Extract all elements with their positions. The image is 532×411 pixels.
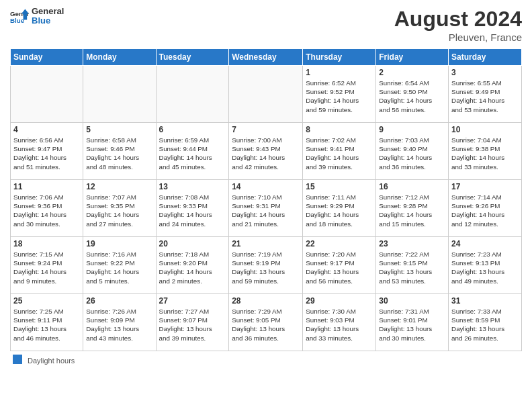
calendar-cell: 27Sunrise: 7:27 AMSunset: 9:07 PMDayligh… — [156, 294, 229, 351]
day-info: Sunrise: 7:12 AMSunset: 9:28 PMDaylight:… — [379, 193, 445, 228]
day-number: 9 — [379, 125, 445, 134]
day-info: Sunrise: 7:31 AMSunset: 9:01 PMDaylight:… — [379, 307, 445, 342]
title-block: August 2024 Pleuven, France — [394, 7, 522, 43]
calendar-cell: 25Sunrise: 7:25 AMSunset: 9:11 PMDayligh… — [11, 294, 83, 351]
location: Pleuven, France — [394, 32, 522, 43]
calendar-week-3: 11Sunrise: 7:06 AMSunset: 9:36 PMDayligh… — [11, 180, 522, 237]
calendar-week-2: 4Sunrise: 6:56 AMSunset: 9:47 PMDaylight… — [11, 123, 522, 180]
day-info: Sunrise: 6:52 AMSunset: 9:52 PMDaylight:… — [306, 79, 373, 114]
day-info: Sunrise: 6:58 AMSunset: 9:46 PMDaylight:… — [86, 136, 152, 171]
calendar-header-row: Sunday Monday Tuesday Wednesday Thursday… — [11, 49, 522, 66]
logo-general: General — [32, 6, 64, 16]
calendar-week-1: 1Sunrise: 6:52 AMSunset: 9:52 PMDaylight… — [11, 66, 522, 123]
day-number: 27 — [159, 296, 226, 306]
calendar-cell: 9Sunrise: 7:03 AMSunset: 9:40 PMDaylight… — [376, 123, 449, 180]
col-wednesday: Wednesday — [229, 49, 303, 66]
calendar-cell: 24Sunrise: 7:23 AMSunset: 9:13 PMDayligh… — [449, 237, 522, 294]
logo: General Blue General Blue — [10, 7, 64, 26]
day-number: 10 — [451, 125, 519, 134]
calendar-week-4: 18Sunrise: 7:15 AMSunset: 9:24 PMDayligh… — [11, 237, 522, 294]
calendar-cell: 5Sunrise: 6:58 AMSunset: 9:46 PMDaylight… — [83, 123, 156, 180]
day-number: 23 — [379, 239, 445, 248]
day-number: 29 — [306, 296, 373, 306]
day-info: Sunrise: 7:04 AMSunset: 9:38 PMDaylight:… — [451, 136, 519, 171]
day-info: Sunrise: 7:08 AMSunset: 9:33 PMDaylight:… — [159, 193, 226, 228]
day-number: 15 — [306, 182, 373, 191]
calendar-cell: 7Sunrise: 7:00 AMSunset: 9:43 PMDaylight… — [229, 123, 303, 180]
calendar-cell: 13Sunrise: 7:08 AMSunset: 9:33 PMDayligh… — [156, 180, 229, 237]
day-info: Sunrise: 6:54 AMSunset: 9:50 PMDaylight:… — [379, 79, 445, 114]
day-number: 6 — [159, 125, 226, 134]
day-info: Sunrise: 7:23 AMSunset: 9:13 PMDaylight:… — [451, 250, 519, 285]
day-number: 5 — [86, 125, 152, 134]
day-number: 26 — [86, 296, 152, 306]
calendar-cell: 21Sunrise: 7:19 AMSunset: 9:19 PMDayligh… — [229, 237, 303, 294]
daylight-color-box — [13, 355, 22, 364]
calendar-cell — [156, 66, 229, 123]
calendar-cell — [229, 66, 303, 123]
day-number: 22 — [306, 239, 373, 248]
calendar-cell: 23Sunrise: 7:22 AMSunset: 9:15 PMDayligh… — [376, 237, 449, 294]
col-friday: Friday — [376, 49, 449, 66]
day-info: Sunrise: 7:03 AMSunset: 9:40 PMDaylight:… — [379, 136, 445, 171]
col-thursday: Thursday — [303, 49, 376, 66]
calendar-cell: 8Sunrise: 7:02 AMSunset: 9:41 PMDaylight… — [303, 123, 376, 180]
calendar-cell: 31Sunrise: 7:33 AMSunset: 8:59 PMDayligh… — [449, 294, 522, 351]
calendar-cell: 18Sunrise: 7:15 AMSunset: 9:24 PMDayligh… — [11, 237, 83, 294]
day-number: 16 — [379, 182, 445, 191]
calendar-cell: 28Sunrise: 7:29 AMSunset: 9:05 PMDayligh… — [229, 294, 303, 351]
calendar-cell: 19Sunrise: 7:16 AMSunset: 9:22 PMDayligh… — [83, 237, 156, 294]
calendar-cell — [11, 66, 83, 123]
calendar-cell: 2Sunrise: 6:54 AMSunset: 9:50 PMDaylight… — [376, 66, 449, 123]
day-number: 19 — [86, 239, 152, 248]
day-number: 2 — [379, 68, 445, 77]
day-info: Sunrise: 7:27 AMSunset: 9:07 PMDaylight:… — [159, 307, 226, 342]
calendar-cell: 17Sunrise: 7:14 AMSunset: 9:26 PMDayligh… — [449, 180, 522, 237]
day-info: Sunrise: 7:11 AMSunset: 9:29 PMDaylight:… — [306, 193, 373, 228]
day-info: Sunrise: 7:10 AMSunset: 9:31 PMDaylight:… — [232, 193, 300, 228]
day-number: 17 — [451, 182, 519, 191]
day-number: 7 — [232, 125, 300, 134]
day-info: Sunrise: 7:25 AMSunset: 9:11 PMDaylight:… — [13, 307, 80, 342]
day-number: 20 — [159, 239, 226, 248]
day-info: Sunrise: 7:19 AMSunset: 9:19 PMDaylight:… — [232, 250, 300, 285]
header: General Blue General Blue August 2024 Pl… — [10, 7, 522, 43]
day-number: 18 — [13, 239, 80, 248]
calendar-cell: 16Sunrise: 7:12 AMSunset: 9:28 PMDayligh… — [376, 180, 449, 237]
day-number: 12 — [86, 182, 152, 191]
day-info: Sunrise: 7:20 AMSunset: 9:17 PMDaylight:… — [306, 250, 373, 285]
day-number: 21 — [232, 239, 300, 248]
day-info: Sunrise: 7:02 AMSunset: 9:41 PMDaylight:… — [306, 136, 373, 171]
calendar-cell: 29Sunrise: 7:30 AMSunset: 9:03 PMDayligh… — [303, 294, 376, 351]
day-info: Sunrise: 6:55 AMSunset: 9:49 PMDaylight:… — [451, 79, 519, 114]
day-info: Sunrise: 7:26 AMSunset: 9:09 PMDaylight:… — [86, 307, 152, 342]
calendar-cell: 4Sunrise: 6:56 AMSunset: 9:47 PMDaylight… — [11, 123, 83, 180]
day-number: 13 — [159, 182, 226, 191]
day-info: Sunrise: 7:00 AMSunset: 9:43 PMDaylight:… — [232, 136, 300, 171]
day-info: Sunrise: 6:56 AMSunset: 9:47 PMDaylight:… — [13, 136, 80, 171]
day-number: 31 — [451, 296, 519, 306]
col-monday: Monday — [83, 49, 156, 66]
day-info: Sunrise: 7:14 AMSunset: 9:26 PMDaylight:… — [451, 193, 519, 228]
day-number: 28 — [232, 296, 300, 306]
month-year: August 2024 — [394, 7, 522, 32]
calendar-table: Sunday Monday Tuesday Wednesday Thursday… — [10, 48, 522, 351]
day-number: 3 — [451, 68, 519, 77]
day-number: 11 — [13, 182, 80, 191]
day-number: 25 — [13, 296, 80, 306]
calendar-cell: 14Sunrise: 7:10 AMSunset: 9:31 PMDayligh… — [229, 180, 303, 237]
calendar-cell: 20Sunrise: 7:18 AMSunset: 9:20 PMDayligh… — [156, 237, 229, 294]
day-info: Sunrise: 7:33 AMSunset: 8:59 PMDaylight:… — [451, 307, 519, 342]
page-container: General Blue General Blue August 2024 Pl… — [0, 0, 532, 368]
day-number: 14 — [232, 182, 300, 191]
calendar-cell: 22Sunrise: 7:20 AMSunset: 9:17 PMDayligh… — [303, 237, 376, 294]
day-info: Sunrise: 7:29 AMSunset: 9:05 PMDaylight:… — [232, 307, 300, 342]
day-number: 30 — [379, 296, 445, 306]
col-sunday: Sunday — [11, 49, 83, 66]
calendar-cell: 10Sunrise: 7:04 AMSunset: 9:38 PMDayligh… — [449, 123, 522, 180]
day-number: 8 — [306, 125, 373, 134]
day-info: Sunrise: 7:16 AMSunset: 9:22 PMDaylight:… — [86, 250, 152, 285]
day-info: Sunrise: 7:30 AMSunset: 9:03 PMDaylight:… — [306, 307, 373, 342]
footer: Daylight hours — [10, 354, 522, 365]
day-info: Sunrise: 7:18 AMSunset: 9:20 PMDaylight:… — [159, 250, 226, 285]
